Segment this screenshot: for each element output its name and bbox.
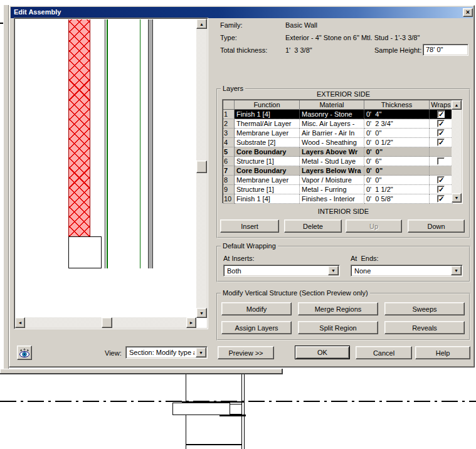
scroll-right-button[interactable]: ► — [186, 317, 196, 328]
wraps-checkbox[interactable]: ✓ — [437, 129, 445, 137]
function-cell[interactable]: Substrate [2] — [235, 138, 300, 147]
row-number[interactable]: 8 — [223, 176, 235, 185]
table-scroll-up-button[interactable]: ▲ — [452, 100, 462, 110]
row-number[interactable]: 3 — [223, 129, 235, 138]
dropdown-button[interactable]: ▼ — [328, 266, 339, 275]
at-ends-dropdown[interactable]: None ▼ — [351, 265, 463, 277]
sample-height-input[interactable]: 78' 0" — [423, 44, 468, 56]
thickness-cell[interactable]: 0' 0 5/8" — [364, 194, 430, 204]
scroll-up-button[interactable]: ▲ — [196, 19, 207, 29]
thickness-header[interactable]: Thickness — [364, 100, 430, 110]
function-cell[interactable]: Membrane Layer — [235, 176, 300, 185]
reveals-button[interactable]: Reveals — [384, 321, 465, 334]
row-number[interactable]: 7 — [223, 166, 235, 176]
wraps-cell[interactable]: ✓ — [430, 185, 453, 194]
function-header[interactable]: Function — [235, 100, 300, 110]
row-number[interactable]: 1 — [223, 110, 235, 119]
delete-button[interactable]: Delete — [284, 219, 342, 233]
row-number[interactable]: 9 — [223, 185, 235, 194]
thickness-cell[interactable]: 0' 2 3/4" — [364, 119, 430, 129]
preview-stone-layer[interactable] — [68, 19, 90, 236]
row-number[interactable]: 2 — [223, 119, 235, 129]
dropdown-button[interactable]: ▼ — [196, 347, 206, 357]
up-button[interactable]: Up — [346, 219, 402, 233]
wraps-cell[interactable]: ✓ — [430, 129, 453, 138]
material-cell[interactable]: Metal - Stud Laye — [300, 157, 364, 166]
function-cell[interactable]: Core Boundary — [235, 166, 300, 176]
row-number[interactable]: 5 — [223, 147, 235, 157]
table-scrollbar[interactable] — [452, 100, 462, 203]
material-cell[interactable]: Vapor / Moisture — [300, 176, 364, 185]
wraps-cell[interactable]: ✓ — [430, 194, 453, 204]
material-cell[interactable]: Finishes - Interior — [300, 194, 364, 204]
row-number[interactable]: 4 — [223, 138, 235, 147]
table-row[interactable]: 6 Structure [1] Metal - Stud Laye 0' 6" … — [223, 157, 453, 166]
assign-layers-button[interactable]: Assign Layers — [221, 321, 292, 334]
wraps-cell[interactable]: ✓ — [430, 110, 453, 119]
wraps-checkbox[interactable]: ✓ — [437, 110, 445, 118]
material-cell[interactable]: Layers Above Wr — [300, 147, 364, 157]
view-tool-button[interactable] — [17, 346, 32, 360]
table-row[interactable]: 10 Finish 1 [4] Finishes - Interior 0' 0… — [223, 194, 453, 204]
down-button[interactable]: Down — [408, 219, 465, 233]
material-cell[interactable]: Metal - Furring — [300, 185, 364, 194]
table-row[interactable]: 4 Substrate [2] Wood - Sheathing 0' 0 1/… — [223, 138, 453, 147]
wraps-cell[interactable]: ✓ — [430, 166, 453, 176]
at-inserts-dropdown[interactable]: Both ▼ — [223, 265, 340, 277]
material-cell[interactable]: Wood - Sheathing — [300, 138, 364, 147]
modify-button[interactable]: Modify — [221, 302, 292, 315]
wraps-checkbox[interactable]: ✓ — [437, 157, 445, 165]
table-row[interactable]: 5 Core Boundary Layers Above Wr 0' 0" ✓ — [223, 147, 453, 157]
thickness-cell[interactable]: 0' 0" — [364, 166, 430, 176]
function-cell[interactable]: Membrane Layer — [235, 129, 300, 138]
thickness-cell[interactable]: 0' 0" — [364, 129, 430, 138]
dialog-titlebar[interactable]: Edit Assembly — [11, 7, 473, 18]
thickness-cell[interactable]: 0' 0 1/2" — [364, 138, 430, 147]
preview-button[interactable]: Preview >> — [218, 346, 274, 359]
table-row[interactable]: 1 Finish 1 [4] Masonry - Stone 0' 4" ✓ — [223, 110, 453, 119]
material-header[interactable]: Material — [300, 100, 364, 110]
scroll-left-button[interactable]: ◄ — [15, 317, 25, 328]
material-cell[interactable]: Misc. Air Layers - — [300, 119, 364, 129]
scroll-down-button[interactable]: ▼ — [196, 308, 207, 318]
wraps-checkbox[interactable]: ✓ — [437, 139, 445, 146]
thickness-cell[interactable]: 0' 6" — [364, 157, 430, 166]
vscroll-thumb[interactable] — [196, 161, 207, 173]
dropdown-button[interactable]: ▼ — [451, 266, 462, 275]
table-row[interactable]: 8 Membrane Layer Vapor / Moisture 0' 0" … — [223, 176, 453, 185]
table-row[interactable]: 3 Membrane Layer Air Barrier - Air In 0'… — [223, 129, 453, 138]
wraps-checkbox[interactable]: ✓ — [437, 195, 445, 203]
preview-pane[interactable] — [14, 18, 208, 329]
material-cell[interactable]: Masonry - Stone — [300, 110, 364, 119]
table-row[interactable]: 2 Thermal/Air Layer Misc. Air Layers - 0… — [223, 119, 453, 129]
wraps-checkbox[interactable]: ✓ — [437, 176, 445, 184]
function-cell[interactable]: Structure [1] — [235, 185, 300, 194]
layers-table[interactable]: Function Material Thickness Wraps 1 Fini… — [222, 99, 463, 204]
table-row[interactable]: 9 Structure [1] Metal - Furring 0' 1 1/2… — [223, 185, 453, 194]
wraps-header[interactable]: Wraps — [430, 100, 453, 110]
wraps-cell[interactable]: ✓ — [430, 157, 453, 166]
function-cell[interactable]: Thermal/Air Layer — [235, 119, 300, 129]
sweeps-button[interactable]: Sweeps — [384, 302, 465, 315]
merge-regions-button[interactable]: Merge Regions — [298, 302, 378, 315]
view-dropdown[interactable]: Section: Modify type a ▼ — [125, 346, 208, 359]
function-cell[interactable]: Core Boundary — [235, 147, 300, 157]
ok-button[interactable]: OK — [295, 346, 350, 359]
wraps-cell[interactable]: ✓ — [430, 119, 453, 129]
row-number[interactable]: 6 — [223, 157, 235, 166]
split-region-button[interactable]: Split Region — [298, 321, 378, 334]
function-cell[interactable]: Finish 1 [4] — [235, 194, 300, 204]
material-cell[interactable]: Layers Below Wra — [300, 166, 364, 176]
wraps-cell[interactable]: ✓ — [430, 147, 453, 157]
hscroll-thumb[interactable] — [102, 317, 112, 328]
wraps-cell[interactable]: ✓ — [430, 176, 453, 185]
close-button[interactable]: × — [463, 8, 473, 17]
thickness-cell[interactable]: 0' 1 1/2" — [364, 185, 430, 194]
insert-button[interactable]: Insert — [220, 219, 279, 233]
wraps-cell[interactable]: ✓ — [430, 138, 453, 147]
help-button[interactable]: Help — [415, 346, 470, 359]
material-cell[interactable]: Air Barrier - Air In — [300, 129, 364, 138]
thickness-cell[interactable]: 0' 0" — [364, 176, 430, 185]
function-cell[interactable]: Structure [1] — [235, 157, 300, 166]
function-cell[interactable]: Finish 1 [4] — [235, 110, 300, 119]
